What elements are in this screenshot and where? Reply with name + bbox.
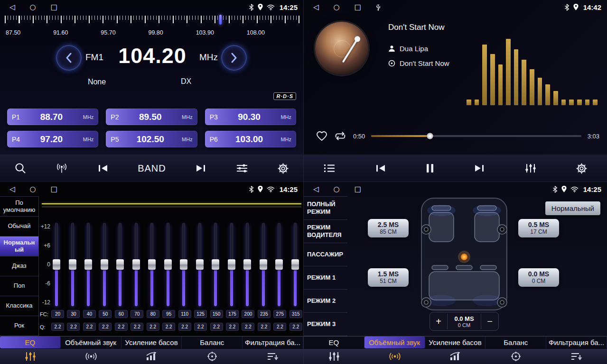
eq-band-slider[interactable] [210, 223, 221, 306]
audio-tab[interactable]: EQ [304, 337, 364, 348]
surround-tab-icon[interactable] [364, 349, 425, 364]
increase-delay-button[interactable]: + [430, 312, 447, 330]
bass-boost-tab-icon[interactable] [121, 349, 182, 364]
eq-slider-handle[interactable] [132, 259, 140, 270]
audio-tab[interactable]: Баланс [486, 337, 546, 348]
eq-band-slider[interactable] [67, 223, 78, 306]
eq-slider-handle[interactable] [101, 259, 108, 270]
previous-station-button[interactable] [97, 164, 109, 173]
eq-preset-item[interactable]: Джаз [0, 256, 38, 276]
eq-band-slider[interactable] [99, 223, 110, 306]
surround-mode-item[interactable]: ПАССАЖИР [304, 243, 347, 266]
back-icon[interactable]: ◁ [313, 4, 319, 11]
filter-tab-icon[interactable] [546, 349, 607, 364]
audio-tab[interactable]: Фильтрация ба... [546, 337, 607, 348]
radio-preset-button[interactable]: P390.30MHz [205, 109, 296, 125]
eq-band-slider[interactable] [83, 223, 93, 306]
eq-slider-handle[interactable] [291, 259, 299, 270]
search-stations-button[interactable] [14, 162, 27, 174]
surround-mode-item[interactable]: РЕЖИМ 1 [304, 266, 347, 290]
eq-band-slider[interactable] [290, 223, 300, 306]
eq-band-slider[interactable] [51, 223, 62, 306]
home-icon[interactable]: ○ [334, 186, 340, 193]
eq-preset-item[interactable]: Обычай [0, 217, 38, 237]
home-icon[interactable]: ○ [30, 4, 36, 11]
front-left-delay-button[interactable]: 2.5 MS 85 CM [368, 219, 409, 237]
audio-tab[interactable]: EQ [0, 337, 61, 348]
eq-slider-handle[interactable] [260, 259, 267, 270]
audio-tab[interactable]: Баланс [182, 337, 243, 348]
radio-preset-button[interactable]: P497.20MHz [7, 131, 98, 147]
progress-knob[interactable] [427, 133, 433, 139]
audio-tab[interactable]: Усиление басов [121, 337, 182, 348]
back-icon[interactable]: ◁ [9, 186, 15, 193]
eq-band-slider[interactable] [147, 223, 157, 306]
eq-preset-item[interactable]: Классика [0, 296, 38, 316]
frequency-scale[interactable] [5, 16, 299, 25]
eq-slider-handle[interactable] [53, 259, 60, 270]
rear-right-delay-button[interactable]: 0.0 MS 0 CM [518, 268, 559, 287]
eq-band-slider[interactable] [178, 223, 189, 306]
eq-slider-handle[interactable] [228, 259, 235, 270]
eq-slider-handle[interactable] [69, 259, 76, 270]
decrease-delay-button[interactable]: − [481, 312, 498, 330]
repeat-button[interactable] [334, 131, 347, 141]
tune-up-button[interactable] [221, 45, 247, 71]
surround-tab-icon[interactable] [61, 349, 121, 364]
eq-band-slider[interactable] [242, 223, 252, 306]
eq-slider-handle[interactable] [180, 259, 187, 270]
eq-slider-handle[interactable] [243, 259, 251, 270]
surround-mode-item[interactable]: РЕЖИМ 2 [304, 290, 347, 313]
home-icon[interactable]: ○ [334, 4, 340, 11]
back-icon[interactable]: ◁ [313, 186, 319, 193]
filter-tab-icon[interactable] [243, 349, 303, 364]
pause-button[interactable] [426, 163, 434, 173]
audio-tab[interactable]: Фильтрация ба... [243, 337, 303, 348]
tune-down-button[interactable] [56, 45, 82, 71]
radio-preset-button[interactable]: P289.50MHz [106, 109, 197, 125]
player-settings-button[interactable] [576, 163, 588, 174]
home-icon[interactable]: ○ [30, 186, 36, 193]
eq-band-slider[interactable] [131, 223, 141, 306]
eq-tab-icon[interactable] [304, 349, 364, 364]
eq-preset-item[interactable]: Поп [0, 276, 38, 296]
eq-band-slider[interactable] [274, 223, 284, 306]
seek-bar[interactable] [371, 135, 581, 137]
radio-settings-button[interactable] [277, 163, 289, 174]
eq-slider-handle[interactable] [196, 259, 204, 270]
playlist-button[interactable] [323, 164, 336, 173]
rear-left-delay-button[interactable]: 1.5 MS 51 CM [368, 268, 409, 287]
audio-tab[interactable]: Объёмный звук [61, 337, 121, 348]
broadcast-antenna-button[interactable] [56, 163, 68, 174]
bass-boost-tab-icon[interactable] [425, 349, 486, 364]
eq-band-slider[interactable] [195, 223, 205, 306]
eq-slider-handle[interactable] [148, 259, 156, 270]
eq-band-slider[interactable] [163, 223, 173, 306]
eq-band-slider[interactable] [258, 223, 269, 306]
eq-slider-handle[interactable] [164, 259, 172, 270]
eq-tab-icon[interactable] [0, 349, 61, 364]
audio-tab[interactable]: Объёмный звук [364, 337, 425, 348]
surround-mode-item[interactable]: РЕЖИМ ВОДИТЕЛЯ [304, 220, 347, 243]
previous-track-button[interactable] [374, 164, 387, 173]
surround-mode-item[interactable]: ПОЛНЫЙ РЕЖИМ [304, 197, 347, 220]
band-button[interactable]: BAND [138, 163, 166, 174]
front-right-delay-button[interactable]: 0.5 MS 17 CM [518, 219, 559, 237]
favorite-button[interactable] [316, 131, 327, 141]
recents-icon[interactable]: □ [355, 186, 361, 193]
next-station-button[interactable] [195, 164, 207, 173]
radio-preset-button[interactable]: P188.70MHz [7, 109, 98, 125]
surround-preset-button[interactable]: Нормальный [545, 201, 600, 215]
radio-preset-button[interactable]: P6103.00MHz [205, 131, 296, 147]
balance-tab-icon[interactable] [486, 349, 546, 364]
recents-icon[interactable]: □ [51, 186, 57, 193]
eq-slider-handle[interactable] [116, 259, 124, 270]
back-icon[interactable]: ◁ [9, 4, 15, 11]
eq-slider-handle[interactable] [84, 259, 92, 270]
eq-preset-item[interactable]: Нормальный [0, 237, 38, 256]
eq-band-slider[interactable] [226, 223, 237, 306]
radio-preset-button[interactable]: P5102.50MHz [106, 131, 197, 147]
eq-preset-item[interactable]: Рок [0, 316, 38, 336]
eq-preset-item[interactable]: По умолчанию [0, 197, 38, 217]
player-eq-button[interactable] [524, 163, 537, 173]
